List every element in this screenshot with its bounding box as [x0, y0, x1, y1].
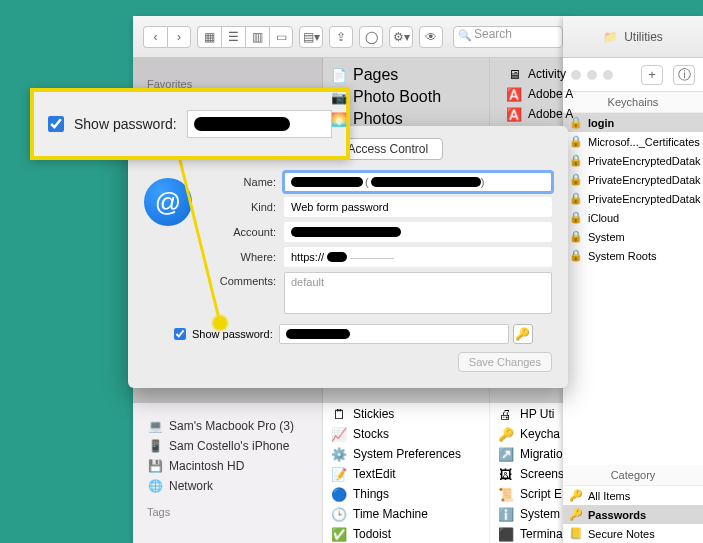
app-row[interactable]: 🖥Activity: [498, 64, 581, 84]
app-icon: 📝: [331, 466, 347, 482]
app-row[interactable]: 🌅Photos: [323, 108, 449, 130]
keychain-label: PrivateEncryptedDatak: [588, 155, 701, 167]
view-icon[interactable]: ▦: [197, 26, 221, 48]
sidebar-item-network[interactable]: 🌐Network: [133, 476, 322, 496]
app-label: Pages: [353, 66, 398, 84]
keychain-row[interactable]: 🔒login: [563, 113, 703, 132]
keychain-row[interactable]: 🔒PrivateEncryptedDatak: [563, 151, 703, 170]
keychain-title-bar: Utilities: [563, 16, 703, 58]
info-button[interactable]: ⓘ: [673, 65, 695, 85]
sidebar-item-iphone[interactable]: 📱Sam Costello's iPhone: [133, 436, 322, 456]
app-row[interactable]: ✅Todoist: [323, 524, 489, 543]
where-value: https://————: [284, 247, 552, 267]
forward-button[interactable]: ›: [167, 26, 191, 48]
view-list[interactable]: ☰: [221, 26, 245, 48]
search-input[interactable]: Search: [453, 26, 563, 48]
app-icon: 🗒: [331, 406, 347, 422]
lock-icon: 🔒: [569, 135, 583, 148]
password-field[interactable]: [279, 324, 509, 344]
keychain-row[interactable]: 🔒Microsof..._Certificates: [563, 132, 703, 151]
app-icon: ✅: [331, 526, 347, 542]
app-row[interactable]: 📜Script E: [490, 484, 572, 504]
lock-icon: 🔒: [569, 211, 583, 224]
category-row[interactable]: 🔑Passwords: [563, 505, 703, 524]
app-icon: 🌅: [331, 111, 347, 127]
keychain-label: login: [588, 117, 614, 129]
password-key-icon[interactable]: 🔑: [513, 324, 533, 344]
callout-password-field[interactable]: [187, 110, 332, 138]
app-row[interactable]: 🅰️Adobe A: [498, 84, 581, 104]
category-header: Category: [563, 465, 703, 486]
view-mode-group[interactable]: ▦ ☰ ▥ ▭: [197, 26, 293, 48]
app-row[interactable]: ⚙️System Preferences: [323, 444, 489, 464]
comments-label: Comments:: [204, 272, 276, 287]
traffic-light-min[interactable]: [587, 70, 597, 80]
at-sign-icon: @: [144, 178, 192, 226]
share-button[interactable]: ⇪: [329, 26, 353, 48]
app-row[interactable]: 📝TextEdit: [323, 464, 489, 484]
app-row[interactable]: 🕒Time Machine: [323, 504, 489, 524]
app-row[interactable]: 📄Pages: [323, 64, 449, 86]
keychain-label: iCloud: [588, 212, 619, 224]
keychain-row[interactable]: 🔒System Roots: [563, 246, 703, 265]
app-row[interactable]: ↗️Migratio: [490, 444, 572, 464]
category-row[interactable]: 🔑All Items: [563, 486, 703, 505]
annotation-dot: [213, 316, 227, 330]
app-label: Stickies: [353, 407, 394, 421]
keychain-row[interactable]: 🔒iCloud: [563, 208, 703, 227]
app-row[interactable]: 🅰️Adobe A: [498, 104, 581, 124]
sidebar-item-macbook[interactable]: 💻Sam's Macbook Pro (3): [133, 416, 322, 436]
app-icon: 🔑: [498, 426, 514, 442]
tags-button[interactable]: ◯: [359, 26, 383, 48]
app-row[interactable]: 📷Photo Booth: [323, 86, 449, 108]
keychain-label: System: [588, 231, 625, 243]
actions-menu[interactable]: ⚙▾: [389, 26, 413, 48]
traffic-light-max[interactable]: [603, 70, 613, 80]
app-icon: 🖼: [498, 466, 514, 482]
app-row[interactable]: ⬛Termina: [490, 524, 572, 543]
save-changes-button[interactable]: Save Changes: [458, 352, 552, 372]
name-field[interactable]: (): [284, 172, 552, 192]
app-row[interactable]: 🔑Keycha: [490, 424, 572, 444]
keychain-label: PrivateEncryptedDatak: [588, 174, 701, 186]
kind-label: Kind:: [204, 201, 276, 213]
category-label: All Items: [588, 490, 630, 502]
app-row[interactable]: 🖼Screens: [490, 464, 572, 484]
arrange-menu[interactable]: ▤▾: [299, 26, 323, 48]
sidebar-item-hd[interactable]: 💾Macintosh HD: [133, 456, 322, 476]
disk-icon: 💾: [147, 459, 163, 473]
app-label: Migratio: [520, 447, 563, 461]
app-label: Todoist: [353, 527, 391, 541]
show-password-label: Show password:: [192, 328, 273, 340]
app-row[interactable]: ℹ️System: [490, 504, 572, 524]
keychain-row[interactable]: 🔒PrivateEncryptedDatak: [563, 189, 703, 208]
comments-field[interactable]: default: [284, 272, 552, 314]
category-label: Secure Notes: [588, 528, 655, 540]
app-row[interactable]: 🗒Stickies: [323, 404, 489, 424]
app-row[interactable]: 📈Stocks: [323, 424, 489, 444]
keychain-row[interactable]: 🔒PrivateEncryptedDatak: [563, 170, 703, 189]
callout-show-password-checkbox[interactable]: [48, 116, 64, 132]
quicklook-button[interactable]: 👁: [419, 26, 443, 48]
add-button[interactable]: +: [641, 65, 663, 85]
app-icon: 📄: [331, 67, 347, 83]
app-label: Activity: [528, 67, 566, 81]
nav-back-forward[interactable]: ‹ ›: [143, 26, 191, 48]
app-icon: 📷: [331, 89, 347, 105]
account-label: Account:: [204, 226, 276, 238]
laptop-icon: 💻: [147, 419, 163, 433]
app-row[interactable]: 🖨HP Uti: [490, 404, 572, 424]
app-label: System Preferences: [353, 447, 461, 461]
category-icon: 📒: [569, 527, 583, 540]
back-button[interactable]: ‹: [143, 26, 167, 48]
show-password-checkbox[interactable]: [174, 328, 186, 340]
name-label: Name:: [204, 176, 276, 188]
category-row[interactable]: 📒Secure Notes: [563, 524, 703, 543]
keychain-row[interactable]: 🔒System: [563, 227, 703, 246]
view-gallery[interactable]: ▭: [269, 26, 293, 48]
app-row[interactable]: 🔵Things: [323, 484, 489, 504]
category-label: Passwords: [588, 509, 646, 521]
app-label: Photos: [353, 110, 403, 128]
view-columns[interactable]: ▥: [245, 26, 269, 48]
zoom-callout: Show password:: [30, 88, 350, 160]
